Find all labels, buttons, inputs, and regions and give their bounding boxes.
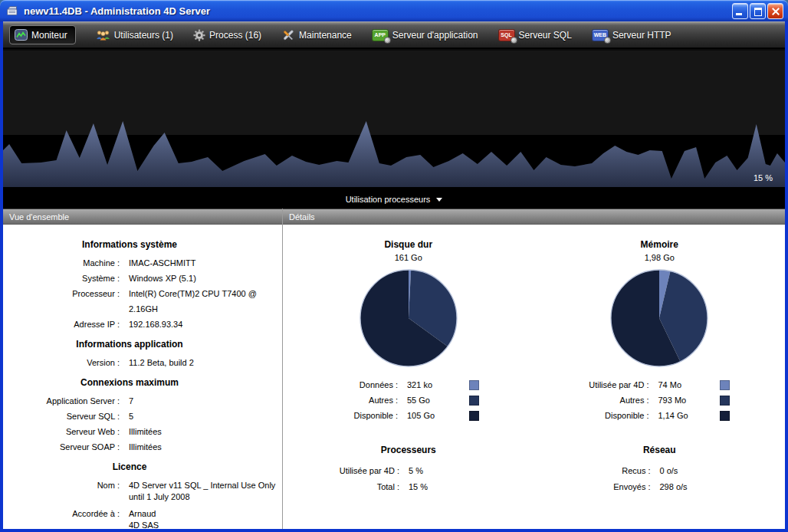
- info-row: Serveur SQL :5: [3, 409, 282, 424]
- sql-server-icon: SQL: [498, 29, 515, 41]
- web-badge-text: WEB: [594, 32, 606, 38]
- legend-swatch: [469, 396, 479, 406]
- network-title: Réseau: [534, 445, 786, 455]
- chevron-down-icon: [436, 198, 442, 202]
- sql-badge-text: SQL: [501, 32, 511, 38]
- title-bar[interactable]: newv11.4DB - Administration 4D Server: [0, 0, 788, 21]
- toolbar-button-maintenance[interactable]: Maintenance: [281, 29, 352, 41]
- toolbar-label: Process (16): [209, 30, 261, 41]
- monitor-chart-icon: [15, 29, 28, 41]
- info-row: Application Server :7: [3, 393, 282, 409]
- gear-dot-icon: [511, 37, 517, 44]
- app-window-icon: [6, 4, 20, 18]
- details-panel-body: Disque dur 161 Go Données :321 ko Autres…: [283, 225, 785, 529]
- window-controls: [732, 3, 783, 19]
- stat-row: Recus :0 o/s: [534, 463, 786, 479]
- section-title: Informations application: [3, 339, 256, 350]
- toolbar-button-serveur-application[interactable]: APP Serveur d'application: [372, 29, 478, 41]
- legend-swatch: [720, 380, 730, 390]
- maximize-icon: [754, 8, 762, 16]
- graph-source-label: Utilisation processeurs: [346, 195, 431, 204]
- network-rows: Recus :0 o/s Envoyés :298 o/s: [534, 463, 786, 495]
- legend-row: Disponible :1,14 Go: [534, 408, 786, 423]
- users-icon: [96, 29, 110, 41]
- cpu-monitor-graph: 15 % Utilisation processeurs: [3, 48, 785, 209]
- legend-row: Données :321 ko: [283, 377, 534, 392]
- app-server-icon: APP: [372, 29, 389, 41]
- toolbar-label: Serveur SQL: [519, 30, 572, 41]
- info-row: Serveur SOAP :Illimitées: [3, 439, 282, 455]
- legend-swatch: [469, 380, 479, 390]
- app-badge-text: APP: [375, 32, 386, 38]
- toolbar-label: Moniteur: [31, 30, 67, 41]
- close-icon: [768, 4, 783, 18]
- gear-icon: [193, 29, 205, 41]
- overview-panel-header: Vue d'ensemble: [3, 209, 282, 225]
- legend-swatch: [720, 396, 730, 406]
- gear-dot-icon: [604, 37, 611, 44]
- graph-selector-strip: Utilisation processeurs: [3, 190, 785, 209]
- info-row: Version :11.2 Beta, build 2: [3, 355, 282, 370]
- details-panel-header: Détails: [283, 209, 785, 225]
- info-row: Serveur Web :Illimitées: [3, 424, 282, 439]
- legend-row: Autres :793 Mo: [534, 392, 786, 408]
- toolbar-label: Utilisateurs (1): [114, 30, 173, 41]
- legend-row: Utilisée par 4D :74 Mo: [534, 377, 786, 392]
- toolbar-button-process[interactable]: Process (16): [193, 29, 261, 41]
- disk-pie-chart: [357, 267, 460, 369]
- memory-title: Mémoire: [534, 239, 786, 250]
- legend-swatch: [469, 411, 479, 421]
- disk-title: Disque dur: [283, 239, 534, 250]
- tools-icon: [281, 29, 295, 41]
- minimize-button[interactable]: [732, 3, 748, 19]
- memory-column: Mémoire 1,98 Go Utilisée par 4D :74 Mo A…: [534, 232, 786, 495]
- info-row: Machine :IMAC-ASCHMITT: [3, 255, 282, 271]
- minimize-icon: [736, 13, 742, 15]
- memory-pie-chart: [608, 267, 711, 369]
- toolbar: Moniteur Utilisateurs (1): [3, 21, 785, 48]
- maximize-button[interactable]: [750, 3, 766, 19]
- memory-legend: Utilisée par 4D :74 Mo Autres :793 Mo Di…: [534, 377, 786, 423]
- disk-column: Disque dur 161 Go Données :321 ko Autres…: [283, 232, 534, 495]
- stat-row: Envoyés :298 o/s: [534, 479, 786, 495]
- panels-row: Vue d'ensemble Informations système Mach…: [3, 209, 785, 529]
- disk-total: 161 Go: [283, 253, 534, 262]
- info-row: Accordée à : Arnaud4D SAS: [3, 506, 282, 529]
- info-row: Système :Windows XP (5.1): [3, 271, 282, 286]
- toolbar-label: Maintenance: [299, 30, 352, 41]
- toolbar-label: Serveur HTTP: [612, 30, 671, 41]
- memory-total: 1,98 Go: [534, 253, 786, 262]
- cpu-percent-label: 15 %: [754, 173, 773, 182]
- overview-panel-body: Informations système Machine :IMAC-ASCHM…: [3, 225, 282, 529]
- close-button[interactable]: [767, 3, 783, 19]
- info-row: Adresse IP :192.168.93.34: [3, 317, 282, 332]
- section-title: Informations système: [3, 239, 256, 250]
- gear-dot-icon: [384, 37, 391, 44]
- stat-row: Utilisée par 4D :5 %: [283, 463, 534, 479]
- section-title: Connexions maximum: [3, 377, 256, 388]
- toolbar-button-serveur-http[interactable]: WEB Serveur HTTP: [592, 29, 671, 41]
- disk-legend: Données :321 ko Autres :55 Go Disponible…: [283, 377, 534, 423]
- http-server-icon: WEB: [592, 29, 609, 41]
- window-frame: Moniteur Utilisateurs (1): [0, 21, 788, 532]
- toolbar-button-utilisateurs[interactable]: Utilisateurs (1): [96, 29, 173, 41]
- window-title: newv11.4DB - Administration 4D Server: [24, 5, 732, 17]
- stat-row: Total :15 %: [283, 479, 534, 495]
- info-row: Nom : 4D Server v11 SQL _ Internal Use O…: [3, 478, 282, 506]
- processors-title: Processeurs: [283, 445, 534, 455]
- toolbar-label: Serveur d'application: [392, 30, 478, 41]
- area-chart: 15 %: [3, 48, 785, 190]
- legend-swatch: [720, 411, 730, 421]
- cpu-usage-area: [3, 48, 785, 190]
- legend-row: Disponible :105 Go: [283, 408, 534, 423]
- graph-source-selector[interactable]: Utilisation processeurs: [346, 195, 443, 204]
- info-row: Processeur :Intel(R) Core(TM)2 CPU T7400…: [3, 286, 282, 317]
- details-panel: Détails Disque dur 161 Go Données :321 k…: [283, 209, 785, 529]
- processors-rows: Utilisée par 4D :5 % Total :15 %: [283, 463, 534, 495]
- toolbar-button-serveur-sql[interactable]: SQL Serveur SQL: [498, 29, 572, 41]
- legend-row: Autres :55 Go: [283, 392, 534, 408]
- toolbar-button-moniteur[interactable]: Moniteur: [9, 25, 76, 44]
- app-window: newv11.4DB - Administration 4D Server Mo…: [0, 0, 788, 532]
- section-title: Licence: [3, 461, 256, 472]
- overview-panel: Vue d'ensemble Informations système Mach…: [3, 209, 283, 529]
